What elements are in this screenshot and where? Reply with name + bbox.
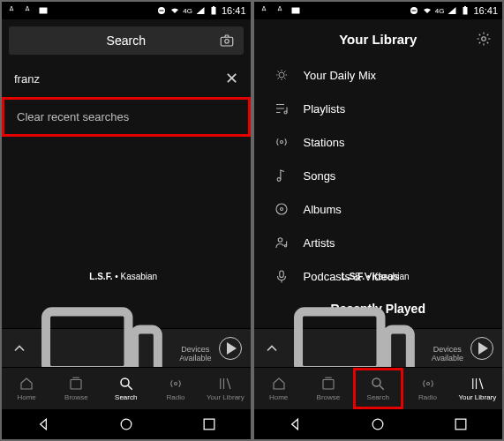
library-header: Your Library bbox=[254, 19, 503, 58]
now-playing-bar[interactable]: L.S.F. • Kasabian Devices Available bbox=[2, 328, 251, 367]
home-icon bbox=[19, 376, 34, 392]
svg-point-6 bbox=[224, 40, 229, 44]
now-playing-track: L.S.F. • Kasabian bbox=[281, 272, 471, 281]
home-button[interactable] bbox=[117, 415, 135, 433]
lib-item-playlists[interactable]: Playlists bbox=[254, 92, 503, 125]
phone-left: 4G 16:41 Search franz ✕ Clear recent sea… bbox=[2, 2, 251, 439]
svg-point-26 bbox=[278, 238, 282, 243]
svg-point-12 bbox=[121, 419, 132, 430]
recents-button[interactable] bbox=[200, 415, 218, 433]
home-button[interactable] bbox=[369, 415, 387, 433]
home-icon bbox=[271, 376, 287, 392]
now-playing-track: L.S.F. • Kasabian bbox=[28, 272, 219, 281]
tab-home[interactable]: Home bbox=[2, 368, 51, 409]
svg-point-22 bbox=[280, 141, 282, 144]
radio-icon bbox=[420, 376, 436, 392]
dnd-icon bbox=[156, 5, 167, 16]
lib-item-daily-mix[interactable]: Your Daily Mix bbox=[254, 58, 503, 92]
svg-point-11 bbox=[175, 383, 177, 385]
location-icon bbox=[259, 5, 269, 16]
remove-recent-icon[interactable]: ✕ bbox=[225, 69, 238, 88]
tab-library[interactable]: Your Library bbox=[200, 368, 250, 409]
search-header: Search bbox=[2, 19, 251, 62]
browse-icon bbox=[68, 376, 84, 392]
tab-home[interactable]: Home bbox=[254, 368, 304, 409]
library-icon bbox=[217, 376, 233, 392]
svg-rect-18 bbox=[464, 6, 466, 7]
svg-rect-16 bbox=[411, 11, 416, 11]
bottom-tabs: Home Browse Search Radio Your Library bbox=[254, 367, 503, 409]
android-nav-bar bbox=[254, 409, 503, 439]
tab-library[interactable]: Your Library bbox=[453, 368, 502, 409]
clock: 16:41 bbox=[222, 5, 246, 16]
chevron-up-icon[interactable] bbox=[11, 340, 28, 357]
status-bar: 4G 16:41 bbox=[254, 2, 503, 19]
svg-rect-4 bbox=[213, 6, 214, 7]
chevron-up-icon[interactable] bbox=[263, 340, 281, 357]
stations-icon bbox=[274, 134, 290, 150]
battery-icon bbox=[208, 5, 219, 16]
svg-rect-35 bbox=[455, 419, 466, 430]
dnd-icon bbox=[409, 5, 419, 16]
play-button[interactable] bbox=[219, 337, 242, 360]
network-label: 4G bbox=[435, 7, 445, 15]
svg-rect-14 bbox=[291, 8, 299, 14]
back-button[interactable] bbox=[34, 415, 52, 433]
location-icon bbox=[6, 5, 17, 16]
tab-search[interactable]: Search bbox=[102, 368, 151, 409]
location-icon bbox=[275, 5, 285, 16]
play-button[interactable] bbox=[470, 337, 493, 360]
svg-point-20 bbox=[279, 72, 284, 78]
svg-rect-29 bbox=[298, 312, 380, 371]
back-button[interactable] bbox=[286, 415, 304, 433]
bottom-tabs: Home Browse Search Radio Your Library bbox=[2, 367, 251, 409]
albums-icon bbox=[274, 201, 290, 217]
svg-rect-2 bbox=[160, 11, 164, 11]
playlists-icon bbox=[274, 101, 290, 116]
search-query: franz bbox=[14, 72, 40, 86]
tab-search[interactable]: Search bbox=[353, 368, 402, 409]
tab-browse[interactable]: Browse bbox=[51, 368, 101, 409]
lib-item-albums[interactable]: Albums bbox=[254, 192, 503, 226]
location-icon bbox=[22, 5, 33, 16]
network-label: 4G bbox=[183, 7, 192, 15]
tab-radio[interactable]: Radio bbox=[151, 368, 200, 409]
search-icon bbox=[118, 376, 134, 392]
now-playing-bar[interactable]: L.S.F. • Kasabian Devices Available bbox=[254, 328, 503, 367]
svg-rect-17 bbox=[463, 7, 468, 15]
svg-rect-13 bbox=[204, 419, 214, 430]
phone-right: 4G 16:41 Your Library Your Daily Mix Pla… bbox=[254, 2, 503, 439]
recent-search-item[interactable]: franz ✕ bbox=[2, 62, 251, 95]
status-bar: 4G 16:41 bbox=[2, 2, 251, 19]
library-icon bbox=[470, 376, 485, 392]
svg-rect-31 bbox=[323, 380, 334, 390]
signal-icon bbox=[447, 5, 457, 16]
battery-icon bbox=[460, 5, 470, 16]
lib-item-stations[interactable]: Stations bbox=[254, 125, 503, 159]
wifi-icon bbox=[422, 5, 433, 16]
search-bar[interactable]: Search bbox=[9, 26, 244, 55]
page-title: Your Library bbox=[339, 32, 417, 47]
search-icon bbox=[370, 376, 386, 392]
camera-icon[interactable] bbox=[219, 33, 235, 49]
svg-point-10 bbox=[121, 378, 129, 386]
svg-point-19 bbox=[482, 37, 486, 41]
image-notification-icon bbox=[290, 5, 301, 16]
tab-radio[interactable]: Radio bbox=[402, 368, 452, 409]
svg-point-33 bbox=[426, 383, 429, 385]
svg-rect-7 bbox=[46, 312, 128, 371]
tab-browse[interactable]: Browse bbox=[304, 368, 353, 409]
lib-item-artists[interactable]: Artists bbox=[254, 226, 503, 259]
radio-icon bbox=[168, 376, 184, 392]
recents-button[interactable] bbox=[452, 415, 470, 433]
gear-icon[interactable] bbox=[476, 31, 492, 47]
clear-recent-searches[interactable]: Clear recent searches bbox=[2, 97, 251, 137]
songs-icon bbox=[274, 168, 290, 183]
daily-mix-icon bbox=[274, 67, 290, 83]
search-title: Search bbox=[34, 34, 219, 48]
image-notification-icon bbox=[38, 5, 49, 16]
svg-point-24 bbox=[276, 204, 287, 214]
lib-item-songs[interactable]: Songs bbox=[254, 159, 503, 192]
svg-rect-9 bbox=[71, 380, 81, 390]
browse-icon bbox=[320, 376, 336, 392]
